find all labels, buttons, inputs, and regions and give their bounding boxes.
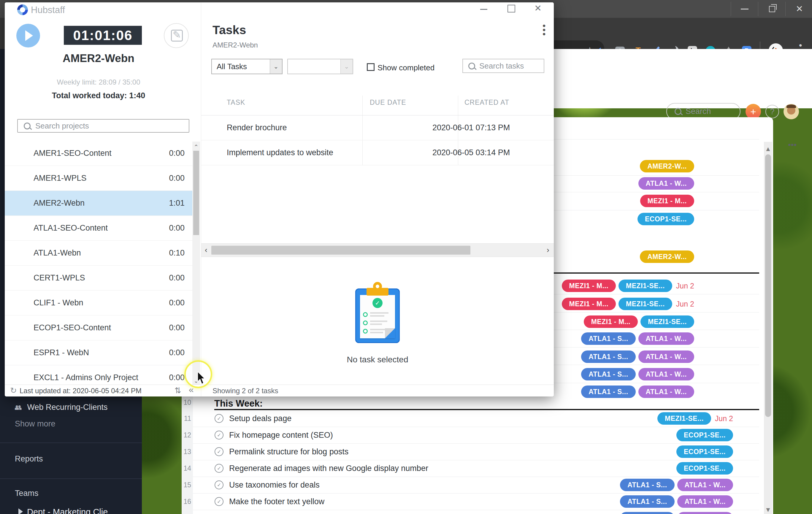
week-row-tags[interactable]: MEZI1-SE...Jun 2 [657,412,733,425]
week-task-row[interactable]: ✓Regenerate ad images with new Google di… [193,460,759,477]
project-time: 0:00 [169,174,184,183]
task-check-icon[interactable]: ✓ [214,414,224,423]
hubstaff-maximize-button[interactable] [508,5,515,12]
project-row[interactable]: ATLA1-SEO-Content0:00 [5,216,192,241]
row-number: 11 [184,415,191,423]
tag-pill: ATLA1 - W... [638,385,694,398]
hubstaff-close-button[interactable]: ✕ [534,3,542,13]
task-row-tags[interactable]: ECOP1-SE... [637,213,694,225]
task-check-icon[interactable]: ✓ [214,464,224,473]
tag-pill: ATLA1 - S... [620,479,674,491]
task-check-icon[interactable]: ✓ [214,497,224,506]
tag-pill: ATLA1 - S... [581,332,635,345]
task-table-row[interactable]: Implement updates to website2020-06-05 0… [201,140,554,165]
project-row[interactable]: ECOP1-SEO-Content0:00 [5,315,192,340]
scroll-up-icon[interactable]: ▲ [765,145,771,153]
project-row[interactable]: AMER2-Webn1:01 [5,191,192,216]
project-row[interactable]: CLIF1 - Webn0:00 [5,290,192,315]
clipboard-knob [373,282,382,291]
board-scrollbar-thumb[interactable] [765,154,771,417]
sidebar-team-dept-marketing[interactable]: Dept - Marketing Clie [19,507,108,514]
list-line [370,312,388,314]
expand-triangle-icon[interactable] [19,508,23,514]
project-row[interactable]: ESPR1 - WebN0:00 [5,340,192,365]
secondary-filter-dropdown[interactable]: ⌄ [287,59,353,74]
project-name: ECOP1-SEO-Content [33,323,169,332]
project-row[interactable]: ATLA1-Webn0:10 [5,241,192,266]
sidebar-show-more[interactable]: Show more [15,419,56,429]
column-header-task[interactable]: TASK [227,98,245,107]
scroll-up-icon[interactable]: ⌃ [194,143,199,150]
tag-pill: ATLA1 - W... [638,177,694,190]
scroll-right-icon[interactable]: › [547,246,549,255]
project-row[interactable]: AMER1-WPLS0:00 [5,166,192,191]
search-tasks-input[interactable]: Search tasks [462,59,544,73]
project-row[interactable]: CERT1-WPLS0:00 [5,266,192,290]
week-row-tags[interactable]: ECOP1-SE... [676,446,733,458]
task-check-icon[interactable]: ✓ [214,481,224,489]
week-task-row[interactable]: ✓Fix homepage content (SEO)ECOP1-SE... [193,427,759,444]
week-row-tags[interactable]: ATLA1 - S...ATLA1 - W... [620,512,733,514]
tag-pill: ATLA1 - S... [581,368,635,380]
task-row-tags[interactable]: MEZI1 - M... [640,195,694,207]
task-row-tags[interactable]: MEZI1 - M...MEZI1-SE...Jun 2 [562,298,694,310]
week-task-row[interactable]: ✓Setup deals pageMEZI1-SE...Jun 2 [193,410,759,427]
user-avatar[interactable] [784,104,799,119]
more-options-button[interactable]: ••• [788,140,796,149]
show-completed-checkbox[interactable] [367,63,375,71]
tasks-panel-subtitle: AMER2-Webn [212,41,258,49]
task-check-icon[interactable]: ✓ [214,431,224,439]
week-task-row[interactable]: ✓Make the footer text yellowATLA1 - S...… [193,493,759,510]
due-date-label: Jun 2 [676,282,694,290]
divider [0,478,142,479]
task-row-tags[interactable]: ATLA1 - S...ATLA1 - W... [581,385,694,398]
tasks-count-text: Showing 2 of 2 tasks [212,387,278,395]
task-row-tags[interactable]: ATLA1 - S...ATLA1 - W... [581,368,694,380]
tag-pill: ATLA1 - S... [620,495,674,508]
task-row-tags[interactable]: ATLA1 - S...ATLA1 - W... [581,350,694,363]
task-row-tags[interactable]: AMER2-W... [640,251,694,263]
sidebar-item-reports[interactable]: Reports [15,454,43,463]
scroll-down-icon[interactable]: ▼ [765,506,771,514]
tag-pill: ATLA1 - W... [677,512,733,514]
project-name: ESPR1 - WebN [33,348,169,357]
horizontal-scrollbar-thumb[interactable] [211,246,470,255]
project-row[interactable]: EXCL1 - Admins Only Project0:00 [5,365,192,384]
project-scrollbar-thumb[interactable] [193,151,199,235]
week-row-tags[interactable]: ECOP1-SE... [676,462,733,475]
refresh-icon[interactable]: ↻ [10,386,17,395]
start-timer-button[interactable] [16,24,40,48]
week-task-row[interactable]: ATLA1 - S...ATLA1 - W... [193,510,759,514]
week-row-tags[interactable]: ATLA1 - S...ATLA1 - W... [620,479,733,491]
browser-restore-button[interactable] [769,6,775,12]
task-filter-dropdown[interactable]: All Tasks ⌄ [211,59,283,74]
sidebar-item-teams[interactable]: Teams [15,489,38,498]
add-note-button[interactable]: ✎ [164,23,189,48]
week-row-tags[interactable]: ECOP1-SE... [676,429,733,441]
column-header-created-at[interactable]: CREATED AT [464,98,509,107]
week-task-row[interactable]: ✓Use taxonomies for dealsATLA1 - S...ATL… [193,477,759,493]
scroll-left-icon[interactable]: ‹ [205,246,207,255]
task-row-tags[interactable]: ATLA1 - W... [638,177,694,190]
search-projects-input[interactable]: Search projects [17,119,190,133]
help-button[interactable]: ? [765,105,779,118]
project-name: ATLA1-SEO-Content [33,224,169,233]
task-row-tags[interactable]: MEZI1 - M...MEZI1-SE... [584,315,694,328]
browser-minimize-button[interactable] [741,9,749,9]
task-check-icon[interactable]: ✓ [214,447,224,456]
week-task-row[interactable]: ✓Permalink structure for blog postsECOP1… [193,444,759,460]
tasks-menu-icon[interactable]: ••• [543,24,546,36]
browser-close-button[interactable]: ✕ [796,0,803,18]
task-table-row[interactable]: Render brochure2020-06-01 07:13 PM [201,115,554,140]
hubstaff-minimize-button[interactable] [480,9,487,10]
task-row-tags[interactable]: AMER2-W... [640,160,694,172]
week-row-tags[interactable]: ATLA1 - S...ATLA1 - W... [620,495,733,508]
tag-pill: ATLA1 - S... [620,512,674,514]
compact-view-icon[interactable]: ⇅ [175,386,181,395]
task-row-tags[interactable]: MEZI1 - M...MEZI1-SE...Jun 2 [562,280,694,292]
task-row-tags[interactable]: ATLA1 - S...ATLA1 - W... [581,332,694,345]
sidebar-group-web-recurring-clients[interactable]: 👥︎ Web Recurring-Clients [15,403,108,412]
project-name: EXCL1 - Admins Only Project [33,373,169,382]
project-row[interactable]: AMER1-SEO-Content0:00 [5,141,192,166]
column-header-due-date[interactable]: DUE DATE [370,98,406,107]
